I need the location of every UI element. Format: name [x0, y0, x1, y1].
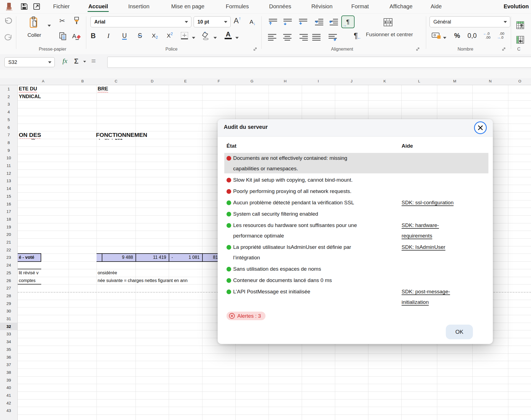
row-header-3[interactable]: 3 [0, 100, 17, 108]
row-header-16[interactable]: 16 [0, 200, 17, 208]
sdk-help-link[interactable]: SDK: hardware-requirements [402, 222, 439, 239]
menu-tab-affichage[interactable]: Affichage [389, 3, 412, 10]
undo-icon[interactable] [3, 17, 13, 26]
menu-tab-accueil[interactable]: Accueil [88, 3, 108, 10]
row-header-5[interactable]: 5 [0, 116, 17, 124]
share-icon[interactable] [33, 3, 40, 11]
format-painter-icon[interactable] [73, 16, 80, 25]
underline-button[interactable]: U [122, 32, 127, 40]
row-header-25[interactable]: 25 [0, 269, 17, 277]
column-header-D[interactable]: D [136, 79, 169, 83]
borders-dropdown[interactable] [192, 37, 195, 39]
column-header-B[interactable]: B [69, 79, 97, 83]
row-header-31[interactable]: 31 [0, 315, 17, 323]
row-header-39[interactable]: 39 [0, 376, 17, 384]
row-header-4[interactable]: 4 [0, 108, 17, 116]
row-header-15[interactable]: 15 [0, 192, 17, 200]
insert-function-icon[interactable]: fx [63, 57, 67, 65]
autosum-icon[interactable]: Σ [74, 57, 79, 66]
delete-cells-icon[interactable] [516, 36, 524, 44]
indent-increase-icon[interactable] [314, 18, 324, 26]
row-header-18[interactable]: 18 [0, 215, 17, 223]
sdk-help-link[interactable]: SDK: ssl-configuration [402, 200, 454, 205]
expand-police-icon[interactable] [253, 47, 257, 52]
menu-tab-insertion[interactable]: Insertion [128, 3, 150, 10]
column-header-N[interactable]: N [472, 79, 508, 83]
row-header-14[interactable]: 14 [0, 185, 17, 192]
subscript-button[interactable]: X2 [152, 32, 158, 39]
formula-input[interactable] [107, 57, 531, 68]
column-header-A[interactable]: A [18, 79, 69, 83]
indent-decrease-icon[interactable] [329, 18, 339, 26]
align-middle-icon[interactable] [283, 18, 292, 26]
column-header-K[interactable]: K [368, 79, 401, 83]
row-header-19[interactable]: 19 [0, 223, 17, 231]
redo-icon[interactable] [3, 33, 13, 42]
row-header-35[interactable]: 35 [0, 346, 17, 353]
font-size-select[interactable]: 10 pt [194, 16, 231, 27]
align-bottom-icon[interactable] [298, 18, 308, 26]
voted-values-band[interactable]: 9 48811 419-1 08181 [97, 253, 235, 262]
bold-button[interactable]: B [91, 32, 96, 40]
cell-A2[interactable]: YNDICAL [19, 93, 42, 101]
cell-A26[interactable]: comptes [19, 277, 42, 285]
paste-icon[interactable] [29, 16, 38, 28]
fill-color-dropdown[interactable] [214, 37, 217, 39]
strikethrough-button[interactable]: S [138, 32, 142, 40]
row-header-22[interactable]: 22 [0, 246, 17, 254]
row-header-17[interactable]: 17 [0, 208, 17, 215]
font-name-select[interactable]: Arial [90, 16, 191, 27]
row-header-38[interactable]: 38 [0, 369, 17, 376]
cell-A23[interactable]: é - voté [18, 253, 41, 262]
ok-button[interactable]: OK [446, 325, 473, 339]
menu-tab-formules[interactable]: Formules [226, 3, 249, 10]
close-icon[interactable] [474, 121, 487, 134]
row-header-37[interactable]: 37 [0, 361, 17, 369]
decrease-decimal-button[interactable]: .00→.0 [497, 32, 504, 40]
column-header-J[interactable]: J [335, 79, 368, 83]
row-header-30[interactable]: 30 [0, 307, 17, 315]
cell-C1[interactable]: BRE [98, 85, 108, 93]
row-header-40[interactable]: 40 [0, 384, 17, 392]
menu-tab-révision[interactable]: Révision [311, 3, 333, 10]
paste-label[interactable]: Coller [27, 32, 41, 38]
column-header-E[interactable]: E [169, 79, 202, 83]
italic-button[interactable]: I [107, 32, 110, 40]
row-header-6[interactable]: 6 [0, 124, 17, 131]
row-header-7[interactable]: 7 [0, 131, 17, 139]
row-header-20[interactable]: 20 [0, 231, 17, 238]
row-header-41[interactable]: 41 [0, 392, 17, 399]
number-format-select[interactable]: Général [430, 16, 510, 27]
column-header-F[interactable]: F [202, 79, 235, 83]
row-header-2[interactable]: 2 [0, 93, 17, 101]
row-header-13[interactable]: 13 [0, 177, 17, 185]
cell-A1[interactable]: ETE DU [19, 85, 56, 93]
merge-center-label[interactable]: Fusionner et centrer [366, 32, 413, 38]
column-headers[interactable]: ABCDEFGHIJKLMNO [0, 78, 531, 85]
row-header-32[interactable]: 32 [0, 323, 17, 330]
cell-A25[interactable]: lit révisé v [19, 269, 42, 277]
row-header-36[interactable]: 36 [0, 353, 17, 361]
row-header-8[interactable]: 8 [0, 139, 17, 147]
merge-center-icon[interactable] [382, 18, 394, 27]
row-header-24[interactable]: 24 [0, 261, 17, 269]
cell-C7[interactable]: FONCTIONNEMEN [96, 131, 147, 139]
menu-tab-format[interactable]: Format [351, 3, 369, 10]
sdk-help-link[interactable]: SDK: post-message-initialization [402, 289, 450, 305]
cell-C25[interactable]: onsidérée [98, 269, 117, 277]
percent-style-button[interactable]: % [454, 32, 460, 40]
save-icon[interactable] [20, 3, 28, 11]
column-header-O[interactable]: O [508, 79, 531, 83]
sdk-help-link[interactable]: SDK: IsAdminUser [402, 244, 445, 250]
row-header-33[interactable]: 33 [0, 330, 17, 338]
column-header-M[interactable]: M [437, 79, 472, 83]
row-header-23[interactable]: 23 [0, 254, 17, 261]
cell-E23[interactable]: -1 081 [169, 254, 202, 261]
menu-tab-données[interactable]: Données [269, 3, 291, 10]
copy-icon[interactable] [59, 32, 67, 41]
row-header-42[interactable]: 42 [0, 399, 17, 407]
menu-tab-fichier[interactable]: Fichier [53, 3, 70, 10]
align-right-icon[interactable] [299, 33, 308, 41]
align-top-icon[interactable] [268, 18, 278, 26]
expand-alignement-icon[interactable] [416, 47, 420, 52]
